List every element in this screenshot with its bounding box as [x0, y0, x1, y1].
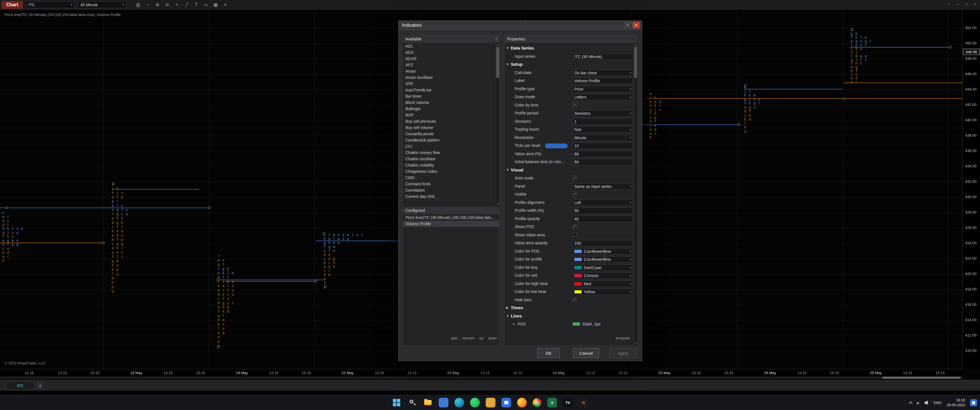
available-indicator-item[interactable]: BOP	[403, 112, 496, 118]
taskbar-settings-icon[interactable]	[439, 398, 449, 407]
properties-scrollbar[interactable]: ▲ ▼	[633, 43, 637, 345]
available-indicator-item[interactable]: ADXR	[403, 56, 496, 62]
tab-itc[interactable]: ITC	[6, 381, 34, 390]
dialog-titlebar[interactable]: Indicators	[399, 21, 642, 30]
input-profile-width[interactable]: 50	[573, 208, 633, 214]
anchor-marker[interactable]	[208, 207, 211, 209]
anchor-marker[interactable]	[949, 46, 951, 48]
color-dropdown-color-for-profile[interactable]: CornflowerBlue▾	[573, 256, 633, 262]
scrollbar-thumb[interactable]	[496, 47, 499, 78]
clock[interactable]: 19:19 29-05-2023	[947, 398, 965, 408]
price-axis[interactable]: 448.95 452.00450.00448.00446.00444.00442…	[963, 10, 980, 369]
expand-subrow-icon[interactable]: ▸	[513, 322, 514, 326]
down-link[interactable]: down	[488, 336, 497, 340]
grid-icon[interactable]: ▦	[212, 1, 220, 8]
dropdown-resolution[interactable]: Minute▾	[573, 135, 633, 141]
chart-menu[interactable]: Chart	[2, 1, 23, 9]
available-indicator-item[interactable]: Aroon	[403, 68, 496, 74]
line-type-icon[interactable]: ~	[144, 1, 151, 8]
anchor-marker[interactable]	[744, 84, 747, 87]
available-indicator-item[interactable]: Candlestick pattern	[403, 137, 496, 143]
collapse-section-icon[interactable]: ▼	[506, 63, 509, 66]
chart-horizontal-scrollbar[interactable]	[0, 377, 963, 379]
remove-link[interactable]: remove	[462, 336, 474, 340]
apply-button[interactable]: Apply	[610, 348, 636, 358]
available-indicator-item[interactable]: ATR	[403, 81, 496, 87]
scroll-up-icon[interactable]: ▲	[496, 43, 500, 46]
checkbox-color-by-time[interactable]: ✓	[573, 103, 577, 107]
anchor-marker[interactable]	[112, 183, 115, 185]
dropdown-panel[interactable]: Same as input series▾	[573, 183, 633, 190]
available-indicator-item[interactable]: Chaikin money flow	[403, 149, 496, 156]
available-indicator-item[interactable]: Bar timer	[403, 93, 496, 99]
scroll-down-icon[interactable]: ▼	[634, 342, 637, 345]
volume-icon[interactable]	[925, 402, 927, 404]
dropdown-trading-hours[interactable]: Nse▾	[573, 126, 633, 133]
input-value-area-opacity[interactable]: 100	[573, 240, 633, 246]
anchor-marker[interactable]	[216, 278, 219, 281]
available-indicator-item[interactable]: Camarilla pivots	[403, 131, 496, 137]
available-indicator-item[interactable]: Buy sell volume	[403, 124, 496, 131]
checkbox-visible[interactable]: ✓	[573, 192, 577, 196]
close-button[interactable]: ×	[633, 22, 640, 28]
available-scrollbar[interactable]: ▲ ▼	[496, 43, 499, 206]
close-window-icon[interactable]: ×	[973, 2, 978, 6]
taskbar-whatsapp-icon[interactable]	[470, 398, 480, 407]
available-indicator-item[interactable]: CCI	[403, 143, 496, 149]
available-indicator-item[interactable]: ADL	[403, 43, 496, 49]
available-indicator-item[interactable]: AutoTrendLine	[403, 87, 496, 93]
taskbar-excel-icon[interactable]: X	[547, 398, 557, 407]
taskbar-chrome-icon[interactable]	[533, 398, 541, 407]
anchor-marker[interactable]	[102, 242, 105, 244]
trendline-icon[interactable]: ╱	[183, 1, 190, 8]
help-button[interactable]: ?	[624, 22, 631, 28]
text-tool-icon[interactable]: T	[192, 1, 200, 8]
checkbox-show-poc[interactable]: ✓	[573, 224, 577, 229]
minimize-icon[interactable]: –	[956, 2, 961, 6]
taskbar-tradingview-icon[interactable]: TV	[563, 398, 573, 407]
taskbar-file-explorer-icon[interactable]	[423, 398, 433, 407]
scroll-down-icon[interactable]: ▼	[496, 202, 500, 206]
collapse-section-icon[interactable]: ▼	[506, 46, 509, 49]
scrollbar-thumb[interactable]	[634, 47, 637, 78]
scroll-up-icon[interactable]: ▲	[634, 43, 637, 46]
indicators-menu-icon[interactable]: ≡	[222, 1, 229, 8]
checkbox-hide-bars[interactable]: ✓	[573, 297, 577, 302]
anchor-marker[interactable]	[315, 280, 317, 283]
available-indicator-item[interactable]: Choppiness index	[403, 168, 496, 175]
configured-indicator-item[interactable]: Price line(ITC (30 Minute),100,100,100,f…	[403, 215, 499, 221]
scrollbar-thumb[interactable]	[883, 377, 961, 379]
add-link[interactable]: add	[451, 336, 457, 340]
color-dropdown-color-for-sell[interactable]: Crimson▾	[573, 272, 633, 279]
available-indicator-item[interactable]: CMO	[403, 175, 496, 181]
bar-type-icon[interactable]: ▥	[134, 1, 142, 8]
available-indicator-item[interactable]: Aroon oscillator	[403, 74, 496, 81]
crosshair-icon[interactable]: +	[173, 1, 181, 8]
dropdown-draw-mode[interactable]: Letters▾	[573, 94, 633, 100]
taskbar-start-icon[interactable]	[392, 398, 401, 407]
collapse-section-icon[interactable]: ▼	[506, 314, 509, 318]
anchor-marker[interactable]	[5, 207, 8, 209]
available-indicator-item[interactable]: Current day OHL	[403, 193, 496, 200]
up-link[interactable]: up	[479, 336, 483, 340]
input-ticks-per-level[interactable]: 10	[573, 143, 633, 149]
available-indicator-item[interactable]: APZ	[403, 62, 496, 68]
language-indicator[interactable]: ENG	[934, 400, 942, 405]
anchor-marker[interactable]	[738, 123, 740, 126]
color-dropdown-color-for-high-heat[interactable]: Red▾	[573, 281, 633, 287]
color-dropdown-color-for-poc[interactable]: CornflowerBlue▾	[573, 248, 633, 254]
anchor-marker[interactable]	[843, 98, 845, 100]
time-axis[interactable]: 11:1513:1515:1518 May13:1515:1519 May13:…	[0, 369, 963, 377]
taskbar-edge-icon[interactable]	[454, 398, 464, 407]
available-indicator-item[interactable]: Chaikin volatility	[403, 162, 496, 168]
input-input-series[interactable]: ITC (30 Minute)	[573, 54, 633, 60]
dropdown-profile-period[interactable]: Sessions▾	[573, 110, 633, 116]
pin-icon[interactable]: ◦	[947, 2, 952, 6]
taskbar-firefox-icon[interactable]	[517, 398, 527, 407]
input-initial-balance-time-in-min[interactable]: 60	[573, 159, 633, 165]
available-indicator-item[interactable]: Block volume	[403, 99, 496, 106]
tray-play-icon[interactable]: ▶	[917, 401, 920, 405]
anchor-marker[interactable]	[851, 28, 853, 31]
input-label[interactable]: Volume Profile	[573, 78, 633, 84]
add-tab-button[interactable]: +	[37, 382, 43, 389]
